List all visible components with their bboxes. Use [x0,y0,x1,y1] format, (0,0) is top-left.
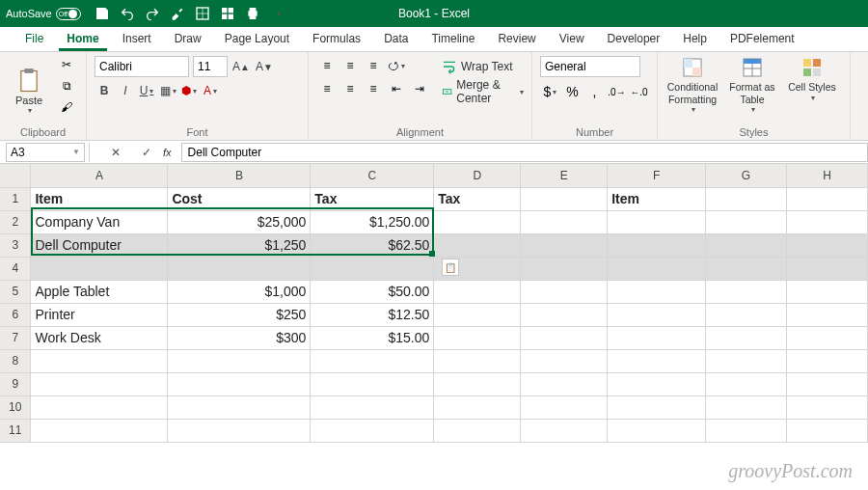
toggle-switch[interactable]: Off [56,8,81,20]
cell[interactable]: Tax [434,187,521,210]
cell[interactable] [311,349,434,372]
cell[interactable] [608,280,706,303]
name-box[interactable]: A3 ▼ [6,143,85,162]
align-top-icon[interactable]: ≡ [316,56,338,75]
font-color-button[interactable]: A [201,81,220,100]
autosave-toggle[interactable]: AutoSave Off [6,8,81,20]
qat-more-icon[interactable] [270,6,285,21]
cut-icon[interactable]: ✂ [56,56,77,73]
accounting-icon[interactable]: $ [540,81,560,102]
cell[interactable] [434,395,521,419]
cell[interactable] [706,257,787,280]
increase-font-icon[interactable]: A▲ [231,57,251,76]
comma-icon[interactable]: , [584,81,605,102]
font-name-input[interactable] [95,56,189,77]
cell[interactable]: $50.00 [311,280,434,303]
tab-developer[interactable]: Developer [596,27,672,51]
cell[interactable]: $1,000 [168,280,311,303]
cell[interactable] [521,233,608,257]
cell[interactable] [706,187,787,210]
row-header-8[interactable]: 8 [0,349,31,372]
tab-formulas[interactable]: Formulas [301,27,372,51]
cell[interactable] [787,280,868,303]
cell[interactable] [521,349,608,372]
cell[interactable] [608,349,706,372]
border-button[interactable]: ▦ [158,81,177,100]
row-header-2[interactable]: 2 [0,210,31,233]
cell[interactable] [31,395,168,419]
cell[interactable]: $300 [168,326,311,349]
cell[interactable] [787,303,868,326]
cell[interactable]: $1,250 [168,233,311,257]
cell[interactable] [521,210,608,233]
align-middle-icon[interactable]: ≡ [339,56,361,75]
cell[interactable] [706,372,787,395]
cell[interactable] [521,280,608,303]
italic-button[interactable]: I [116,81,135,100]
tab-view[interactable]: View [548,27,596,51]
align-bottom-icon[interactable]: ≡ [363,56,384,75]
cell[interactable] [787,233,868,257]
bold-button[interactable]: B [95,81,114,100]
tab-draw[interactable]: Draw [163,27,213,51]
cell[interactable] [706,233,787,257]
cell[interactable] [31,419,168,442]
cell[interactable] [31,372,168,395]
align-right-icon[interactable]: ≡ [363,79,384,98]
cell[interactable] [706,210,787,233]
cell[interactable] [168,349,311,372]
cell[interactable] [608,257,706,280]
cell[interactable] [706,395,787,419]
col-header-F[interactable]: F [608,164,706,187]
tab-page-layout[interactable]: Page Layout [213,27,301,51]
merge-center-button[interactable]: Merge & Center [442,81,524,102]
cell[interactable] [434,419,521,442]
save-icon[interactable] [95,6,110,21]
grid-icon[interactable] [220,6,235,21]
cell[interactable] [787,349,868,372]
cell[interactable] [608,372,706,395]
cell[interactable] [311,419,434,442]
col-header-B[interactable]: B [168,164,311,187]
select-all-corner[interactable] [0,164,31,187]
cell[interactable] [434,210,521,233]
border-icon[interactable] [195,6,210,21]
formula-input[interactable] [181,143,868,162]
row-header-11[interactable]: 11 [0,419,31,442]
cell[interactable] [787,210,868,233]
cell[interactable] [434,233,521,257]
cell[interactable] [608,210,706,233]
col-header-G[interactable]: G [706,164,787,187]
tab-data[interactable]: Data [372,27,420,51]
cell[interactable] [434,349,521,372]
cell[interactable]: Company Van [31,210,168,233]
cell[interactable] [608,326,706,349]
tab-review[interactable]: Review [486,27,547,51]
row-header-6[interactable]: 6 [0,303,31,326]
conditional-formatting-button[interactable]: Conditional Formatting [665,56,719,115]
cell[interactable] [706,280,787,303]
cell-styles-button[interactable]: Cell Styles [785,56,839,102]
underline-button[interactable]: U [137,81,156,100]
wrap-text-button[interactable]: Wrap Text [442,56,524,77]
copy-icon[interactable]: ⧉ [56,77,77,95]
col-header-C[interactable]: C [311,164,434,187]
indent-dec-icon[interactable]: ⇤ [386,79,407,98]
align-center-icon[interactable]: ≡ [339,79,361,98]
cell[interactable] [787,257,868,280]
cell[interactable] [706,349,787,372]
cell[interactable]: Item [608,187,706,210]
spreadsheet-grid[interactable]: ABCDEFGH1ItemCostTaxTaxItem2Company Van$… [0,164,868,443]
align-left-icon[interactable]: ≡ [316,79,338,98]
cell[interactable]: Dell Computer [31,233,168,257]
cell[interactable] [434,280,521,303]
percent-icon[interactable]: % [562,81,583,102]
cell[interactable] [521,187,608,210]
cell[interactable] [521,303,608,326]
cell[interactable] [521,326,608,349]
cell[interactable]: $12.50 [311,303,434,326]
cell[interactable] [168,372,311,395]
row-header-1[interactable]: 1 [0,187,31,210]
cell[interactable]: $62.50 [311,233,434,257]
decrease-font-icon[interactable]: A▼ [255,57,274,76]
